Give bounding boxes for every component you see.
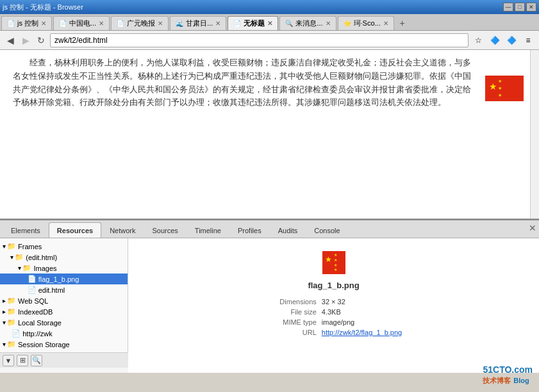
nav-bar: ◀ ▶ ↻ ☆ 🔷 🔷 ≡: [0, 31, 539, 50]
devtools-close-button[interactable]: ✕: [529, 223, 536, 233]
close-button[interactable]: ✕: [526, 3, 536, 12]
tree-arrow: ▸: [3, 297, 6, 304]
sidebar-collapse-button[interactable]: ▼: [3, 355, 14, 366]
folder-icon: 📁: [7, 340, 16, 348]
file-icon: 📄: [28, 286, 37, 294]
tree-label: http://zwk: [22, 330, 52, 338]
title-bar-text: js 控制 - 无标题 - Browser: [3, 3, 83, 12]
tree-arrow: ▾: [3, 319, 6, 326]
browser-tab-tab5[interactable]: 📄 无标题 ✕: [228, 16, 278, 30]
dimensions-value: 32 × 32: [322, 298, 345, 306]
flag-small-stars: ★ ★ ★ ★: [498, 78, 502, 101]
forward-button[interactable]: ▶: [19, 34, 32, 47]
devtools-tab-sources[interactable]: Sources: [144, 222, 186, 238]
window-controls: — □ ✕: [503, 3, 536, 12]
file-icon: 📄: [12, 329, 21, 338]
folder-icon: 📁: [7, 297, 16, 305]
devtools-tab-network[interactable]: Network: [101, 222, 144, 238]
sidebar-expand-button[interactable]: ⊞: [17, 355, 28, 366]
tree-label: (edit.html): [26, 254, 57, 261]
page-text: 经查，杨林利用职务上的便利，为他人谋取利益，收受巨额财物；违反廉洁自律规定收受礼…: [13, 56, 476, 110]
menu-icon[interactable]: ≡: [521, 33, 535, 47]
resources-sidebar: ▾📁Frames ▾📁(edit.html) ▾📁Images 📄flag_1_…: [0, 238, 128, 352]
sidebar-item-localstorage[interactable]: ▾📁Local Storage: [0, 317, 128, 328]
tab-close-button[interactable]: ✕: [41, 20, 46, 27]
tab-label: 珂·Sco...: [354, 19, 381, 28]
devtools-tab-resources[interactable]: Resources: [49, 222, 101, 238]
browser-tab-tab6[interactable]: 🔍 来消息... ✕: [279, 16, 336, 30]
filesize-value: 4.3KB: [322, 308, 341, 316]
tab-close-button[interactable]: ✕: [99, 20, 104, 27]
sidebar-item-edit-html-file[interactable]: 📄edit.html: [0, 284, 128, 295]
mimetype-label: MIME type: [265, 318, 317, 326]
browser-tab-tab2[interactable]: 📄 中国电... ✕: [53, 16, 110, 30]
devtools-tab-timeline[interactable]: Timeline: [187, 222, 229, 238]
tab-icon: 🔍: [285, 20, 293, 27]
tree-label: flag_1_b.png: [38, 275, 79, 283]
watermark-site: 51CTO.com: [483, 364, 533, 375]
devtools-tab-profiles[interactable]: Profiles: [229, 222, 270, 238]
page-image-flag: ★ ★ ★ ★ ★: [485, 76, 524, 101]
minimize-button[interactable]: —: [503, 3, 513, 12]
browser-tab-tab4[interactable]: 🌊 甘肃日... ✕: [170, 16, 226, 30]
tree-label: Frames: [18, 243, 42, 250]
tree-label: edit.html: [38, 286, 65, 294]
tree-label: Images: [33, 265, 56, 272]
tab-bar: 📄 js 控制 ✕📄 中国电... ✕📄 广元晚报 ✕🌊 甘肃日... ✕📄: [0, 14, 539, 31]
tree-arrow: ▾: [3, 243, 6, 250]
sidebar-item-images[interactable]: ▾📁Images: [0, 263, 128, 274]
tree-arrow: ▾: [10, 254, 13, 261]
tree-label: IndexedDB: [18, 308, 53, 316]
tab-label: 甘肃日...: [186, 19, 213, 28]
tab-close-button[interactable]: ✕: [215, 20, 220, 27]
extension-icon1[interactable]: 🔷: [488, 33, 502, 47]
url-value[interactable]: http://zwk/t2/flag_1_b.png: [322, 329, 402, 336]
sidebar-item-frames[interactable]: ▾📁Frames: [0, 241, 128, 252]
mimetype-value: image/png: [322, 318, 354, 326]
tab-icon: 🌊: [176, 20, 183, 27]
resource-detail-panel: ★ ★★★★ flag_1_b.png Dimensions 32 × 32 F…: [128, 238, 539, 373]
bookmark-icon[interactable]: ☆: [471, 33, 485, 47]
sidebar-item-zwk-local[interactable]: 📄http://zwk: [0, 328, 128, 339]
sidebar-item-indexeddb[interactable]: ▸📁IndexedDB: [0, 306, 128, 317]
tab-close-button[interactable]: ✕: [383, 20, 388, 27]
nav-icons: ☆ 🔷 🔷 ≡: [471, 33, 535, 47]
address-input[interactable]: [50, 33, 469, 47]
browser-tab-tab1[interactable]: 📄 js 控制 ✕: [1, 16, 52, 30]
detail-url-row: URL http://zwk/t2/flag_1_b.png: [265, 329, 402, 336]
tab-label: 来消息...: [295, 19, 322, 28]
devtools-tab-audits[interactable]: Audits: [270, 222, 306, 238]
tree-arrow: ▾: [18, 265, 21, 272]
browser-tab-tab3[interactable]: 📄 广元晚报 ✕: [111, 16, 169, 30]
tree-label: Web SQL: [18, 297, 49, 305]
refresh-button[interactable]: ↻: [35, 34, 47, 47]
back-button[interactable]: ◀: [4, 34, 17, 47]
scrollbar[interactable]: [530, 50, 539, 218]
sidebar-item-flag-file[interactable]: 📄flag_1_b.png: [0, 274, 128, 284]
new-tab-button[interactable]: +: [395, 16, 410, 30]
watermark: 51CTO.com 技术博客 Blog: [483, 364, 533, 386]
detail-filesize-row: File size 4.3KB: [265, 308, 402, 316]
watermark-suffix: Blog: [513, 377, 529, 384]
file-icon: 📄: [28, 275, 37, 283]
devtools-tab-elements[interactable]: Elements: [3, 222, 49, 238]
tab-close-button[interactable]: ✕: [158, 20, 163, 27]
devtools-panel: ElementsResourcesNetworkSourcesTimelineP…: [0, 219, 539, 373]
maximize-button[interactable]: □: [515, 3, 525, 12]
sidebar-item-websql[interactable]: ▸📁Web SQL: [0, 295, 128, 306]
detail-mimetype-row: MIME type image/png: [265, 318, 402, 326]
resource-preview-image: ★ ★★★★: [322, 251, 345, 274]
tab-close-button[interactable]: ✕: [267, 20, 272, 27]
sidebar-item-edit-html[interactable]: ▾📁(edit.html): [0, 252, 128, 263]
preview-star-main: ★: [325, 255, 332, 264]
tab-close-button[interactable]: ✕: [326, 20, 331, 27]
sidebar-search-button[interactable]: 🔍: [31, 355, 42, 366]
sidebar-item-sessionstorage[interactable]: ▾📁Session Storage: [0, 339, 128, 350]
devtools-tab-console[interactable]: Console: [306, 222, 348, 238]
tab-label: js 控制: [17, 19, 38, 28]
extension-icon2[interactable]: 🔷: [504, 33, 518, 47]
folder-icon: 📁: [7, 307, 16, 316]
browser-tab-tab7[interactable]: ⭐ 珂·Sco... ✕: [338, 16, 394, 30]
resource-filename: flag_1_b.png: [308, 281, 359, 290]
page-content: 经查，杨林利用职务上的便利，为他人谋取利益，收受巨额财物；违反廉洁自律规定收受礼…: [0, 50, 539, 116]
